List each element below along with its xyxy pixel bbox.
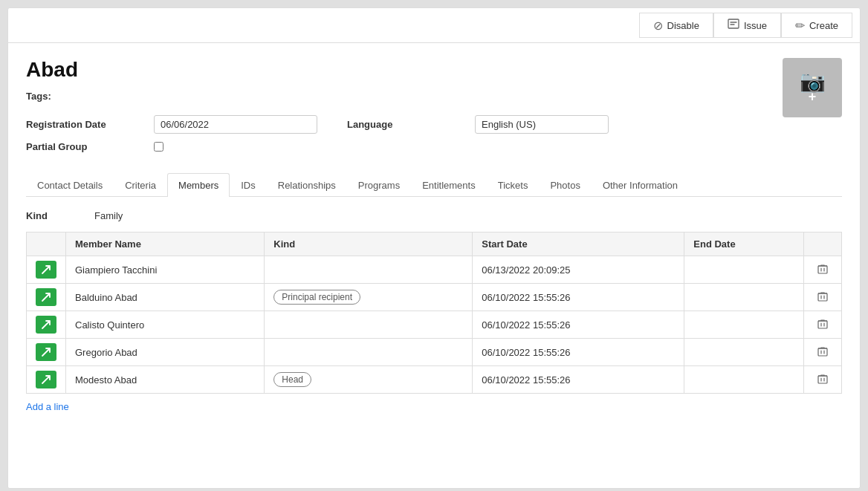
tab-photos[interactable]: Photos [539,173,591,197]
members-table: Member Name Kind Start Date End Date Gia… [26,232,842,394]
table-row: Gregorio Abad06/10/2022 15:55:26 [27,339,842,366]
end-date-cell [684,256,804,284]
open-record-button[interactable] [36,261,56,279]
member-name-cell: Giampiero Tacchini [66,256,265,284]
tab-contact-details[interactable]: Contact Details [26,173,114,197]
delete-row-button[interactable] [813,372,832,388]
fields-row: Registration Date Language [26,115,768,134]
language-label: Language [347,119,466,130]
tab-other-information[interactable]: Other Information [592,173,689,197]
kind-badge: Head [273,372,311,387]
tags-label: Tags: [26,91,51,102]
member-name-cell: Modesto Abad [66,366,265,394]
start-date-cell: 06/10/2022 15:55:26 [473,311,684,339]
tab-programs[interactable]: Programs [347,173,411,197]
add-line[interactable]: Add a line [26,401,69,412]
start-date-cell: 06/10/2022 15:55:26 [473,366,684,394]
col-header-member-name: Member Name [66,233,265,256]
end-date-cell [684,311,804,339]
open-record-button[interactable] [36,316,56,334]
partial-group-label: Partial Group [26,141,145,152]
col-header-delete [804,233,842,256]
start-date-cell: 06/10/2022 15:55:26 [473,284,684,311]
kind-cell: Principal recipient [265,284,473,311]
tab-ids[interactable]: IDs [230,173,267,197]
start-date-cell: 06/10/2022 15:55:26 [473,339,684,366]
col-header-action [27,233,66,256]
table-row: Balduino AbadPrincipal recipient06/10/20… [27,284,842,311]
disable-icon: ⊘ [653,19,663,33]
member-name-cell: Calisto Quintero [66,311,265,339]
end-date-cell [684,366,804,394]
table-row: Giampiero Tacchini06/13/2022 20:09:25 [27,256,842,284]
kind-cell [265,311,473,339]
partial-group-checkbox[interactable] [154,142,163,152]
members-content: Kind Family Member Name Kind Start Date … [26,210,842,412]
col-header-kind: Kind [265,233,473,256]
registration-date-input[interactable] [154,115,317,134]
tab-criteria[interactable]: Criteria [114,173,167,197]
end-date-cell [684,284,804,311]
tab-entitlements[interactable]: Entitlements [411,173,487,197]
kind-cell [265,256,473,284]
delete-row-button[interactable] [813,345,832,360]
kind-cell [265,339,473,366]
table-row: Modesto AbadHead06/10/2022 15:55:26 [27,366,842,394]
kind-value: Family [94,210,123,221]
registration-date-label: Registration Date [26,119,145,130]
kind-cell: Head [265,366,473,394]
open-record-button[interactable] [36,288,56,306]
svg-rect-0 [728,19,739,28]
svg-rect-1 [818,266,827,273]
kind-label: Kind [26,210,85,221]
svg-rect-3 [818,321,827,328]
delete-row-button[interactable] [813,290,832,305]
svg-rect-5 [818,376,827,383]
col-header-start-date: Start Date [473,233,684,256]
photo-upload[interactable]: 📷 + [783,58,842,117]
disable-button[interactable]: ⊘ Disable [639,13,713,38]
issue-icon [728,18,739,33]
record-title: Abad [26,58,768,82]
delete-row-button[interactable] [813,262,832,278]
issue-button[interactable]: Issue [713,13,781,38]
tab-members[interactable]: Members [167,173,230,197]
open-record-button[interactable] [36,343,56,361]
col-header-end-date: End Date [684,233,804,256]
tab-relationships[interactable]: Relationships [267,173,347,197]
start-date-cell: 06/13/2022 20:09:25 [473,256,684,284]
delete-row-button[interactable] [813,317,832,333]
toolbar: ⊘ Disable Issue ✏ Create [7,7,861,43]
tab-tickets[interactable]: Tickets [487,173,540,197]
kind-badge: Principal recipient [273,290,360,305]
kind-section: Kind Family [26,210,842,221]
svg-rect-4 [818,348,827,356]
table-row: Calisto Quintero06/10/2022 15:55:26 [27,311,842,339]
main-card: Abad Tags: Registration Date Language Pa… [7,43,861,489]
tags-row: Tags: [26,91,768,102]
partial-group-row: Partial Group [26,141,768,152]
language-input[interactable] [475,115,609,134]
member-name-cell: Balduino Abad [66,284,265,311]
tabs: Contact Details Criteria Members IDs Rel… [26,173,842,197]
end-date-cell [684,339,804,366]
create-button[interactable]: ✏ Create [781,13,852,38]
open-record-button[interactable] [36,371,56,388]
svg-rect-2 [818,293,827,301]
member-name-cell: Gregorio Abad [66,339,265,366]
create-icon: ✏ [795,19,805,33]
